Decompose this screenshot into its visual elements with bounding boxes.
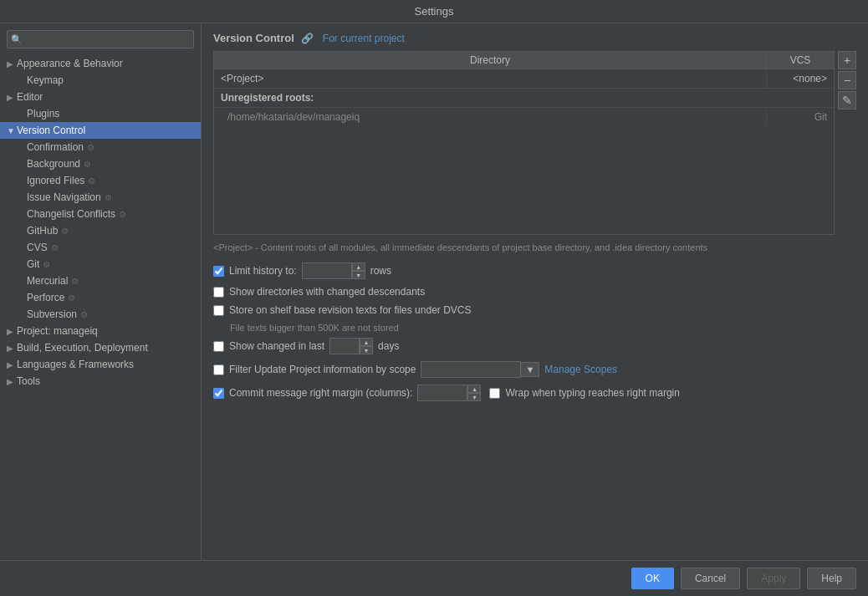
store-shelf-label[interactable]: Store on shelf base revision texts for f… xyxy=(213,304,471,316)
sidebar-item-confirmation[interactable]: Confirmation ⚙ xyxy=(0,139,201,155)
sidebar-item-background[interactable]: Background ⚙ xyxy=(0,155,201,172)
panel-header: Version Control 🔗 For current project xyxy=(213,32,856,44)
wrap-checkbox[interactable] xyxy=(489,388,500,399)
apply-button[interactable]: Apply xyxy=(747,568,800,589)
search-box[interactable]: 🔍 xyxy=(7,30,194,48)
limit-history-spinner: 1,000 ▲ ▼ xyxy=(302,262,365,279)
content-area: 🔍 ▶ Appearance & Behavior Keymap ▶ Edito… xyxy=(0,23,868,560)
commit-margin-label[interactable]: Commit message right margin (columns): xyxy=(213,387,412,399)
spinner-up-button[interactable]: ▲ xyxy=(352,262,365,271)
sidebar-item-issue-navigation[interactable]: Issue Navigation ⚙ xyxy=(0,189,201,206)
manage-scopes-link[interactable]: Manage Scopes xyxy=(544,364,617,375)
edit-button[interactable]: ✎ xyxy=(838,91,856,110)
sidebar-item-project-manageiq[interactable]: ▶ Project: manageiq xyxy=(0,323,201,339)
spinner-buttons-2: ▲ ▼ xyxy=(360,338,373,354)
sidebar-item-keymap[interactable]: Keymap xyxy=(0,72,201,89)
sidebar-item-label: Ignored Files xyxy=(27,175,84,186)
spinner-up-button-3[interactable]: ▲ xyxy=(467,385,481,393)
filter-update-label[interactable]: Filter Update Project information by sco… xyxy=(213,364,416,375)
sidebar-item-cvs[interactable]: CVS ⚙ xyxy=(0,239,201,256)
settings-icon: ⚙ xyxy=(68,293,75,303)
show-changed-dirs-row: Show directories with changed descendant… xyxy=(213,286,856,298)
limit-history-label[interactable]: Limit history to: xyxy=(213,265,297,277)
store-shelf-note: File texts bigger than 500K are not stor… xyxy=(213,323,856,333)
store-shelf-checkbox[interactable] xyxy=(213,305,224,316)
search-icon: 🔍 xyxy=(11,34,23,45)
settings-icon: ⚙ xyxy=(71,277,79,286)
settings-icon: ⚙ xyxy=(105,193,112,202)
spinner-down-button[interactable]: ▼ xyxy=(352,271,365,279)
spinner-up-button-2[interactable]: ▲ xyxy=(360,338,373,346)
vcs-project-dir: <Project> xyxy=(214,69,767,88)
show-changed-dirs-checkbox[interactable] xyxy=(213,287,224,298)
limit-history-input[interactable]: 1,000 xyxy=(302,262,352,279)
vcs-project-row[interactable]: <Project> <none> xyxy=(214,69,834,89)
add-button[interactable]: + xyxy=(838,51,856,69)
settings-dialog: Settings 🔍 ▶ Appearance & Behavior Keyma… xyxy=(0,0,868,596)
settings-icon: ⚙ xyxy=(61,227,69,236)
help-button[interactable]: Help xyxy=(807,568,856,589)
vcs-path-vcs: Git xyxy=(767,108,834,126)
wrap-label[interactable]: Wrap when typing reaches right margin xyxy=(489,387,680,399)
show-changed-last-checkbox[interactable] xyxy=(213,341,224,352)
sidebar-item-label: Issue Navigation xyxy=(27,191,101,203)
sidebar-item-label: Subversion xyxy=(27,308,77,320)
vcs-table-wrapper: Directory VCS <Project> <none> Unregiste… xyxy=(213,51,856,235)
sidebar-item-github[interactable]: GitHub ⚙ xyxy=(0,222,201,239)
show-changed-last-text: Show changed in last xyxy=(229,340,324,352)
sidebar-item-ignored-files[interactable]: Ignored Files ⚙ xyxy=(0,172,201,189)
ok-button[interactable]: OK xyxy=(631,568,674,589)
filter-dropdown-btn[interactable]: ▼ xyxy=(521,362,539,377)
commit-margin-checkbox[interactable] xyxy=(213,388,224,399)
sidebar-item-label: Languages & Frameworks xyxy=(17,359,194,370)
cancel-button[interactable]: Cancel xyxy=(681,568,740,589)
sidebar-item-git[interactable]: Git ⚙ xyxy=(0,256,201,273)
dialog-title: Settings xyxy=(415,5,454,18)
wrap-text: Wrap when typing reaches right margin xyxy=(505,387,680,399)
sidebar-item-subversion[interactable]: Subversion ⚙ xyxy=(0,306,201,323)
show-changed-dirs-label[interactable]: Show directories with changed descendant… xyxy=(213,286,425,298)
filter-dropdown: ▼ xyxy=(421,361,539,378)
spinner-down-button-2[interactable]: ▼ xyxy=(360,346,373,354)
sidebar-item-label: GitHub xyxy=(27,225,58,237)
chevron-down-icon: ▼ xyxy=(7,126,17,135)
sidebar-item-plugins[interactable]: Plugins xyxy=(0,105,201,122)
sidebar-item-perforce[interactable]: Perforce ⚙ xyxy=(0,289,201,306)
sidebar-item-label: Tools xyxy=(17,375,194,387)
vcs-path-row[interactable]: /home/hkataria/dev/manageiq Git xyxy=(214,108,834,126)
spinner-down-button-3[interactable]: ▼ xyxy=(467,393,481,401)
show-changed-value[interactable]: 31 xyxy=(329,338,360,354)
panel-subtitle: For current project xyxy=(323,33,405,44)
filter-scope-input[interactable] xyxy=(421,361,521,378)
filter-update-checkbox[interactable] xyxy=(213,364,224,375)
sidebar-item-editor[interactable]: ▶ Editor xyxy=(0,89,201,105)
sidebar-item-languages-frameworks[interactable]: ▶ Languages & Frameworks xyxy=(0,356,201,373)
store-shelf-row: Store on shelf base revision texts for f… xyxy=(213,304,856,316)
limit-history-checkbox[interactable] xyxy=(213,266,224,277)
vcs-col-directory: Directory xyxy=(214,52,767,69)
main-panel: Version Control 🔗 For current project Di… xyxy=(202,23,868,560)
sidebar: 🔍 ▶ Appearance & Behavior Keymap ▶ Edito… xyxy=(0,23,202,560)
sidebar-item-changelist-conflicts[interactable]: Changelist Conflicts ⚙ xyxy=(0,206,201,222)
show-changed-last-label[interactable]: Show changed in last xyxy=(213,340,324,352)
commit-margin-spinner: 72 ▲ ▼ xyxy=(417,385,481,401)
commit-margin-input[interactable]: 72 xyxy=(417,385,467,401)
sidebar-item-version-control[interactable]: ▼ Version Control xyxy=(0,122,201,139)
sidebar-item-label: Mercurial xyxy=(27,275,68,287)
filter-update-row: Filter Update Project information by sco… xyxy=(213,361,856,378)
chevron-right-icon: ▶ xyxy=(7,93,17,102)
settings-icon: ⚙ xyxy=(87,143,94,152)
store-shelf-text: Store on shelf base revision texts for f… xyxy=(229,304,471,316)
days-suffix: days xyxy=(378,340,399,352)
spinner-buttons: ▲ ▼ xyxy=(352,262,365,279)
search-input[interactable] xyxy=(7,30,194,48)
sidebar-item-label: Changelist Conflicts xyxy=(27,208,115,220)
limit-history-row: Limit history to: 1,000 ▲ ▼ rows xyxy=(213,262,856,279)
chevron-right-icon: ▶ xyxy=(7,327,17,336)
sidebar-item-tools[interactable]: ▶ Tools xyxy=(0,373,201,390)
sidebar-item-build-execution[interactable]: ▶ Build, Execution, Deployment xyxy=(0,339,201,356)
sidebar-item-mercurial[interactable]: Mercurial ⚙ xyxy=(0,273,201,289)
show-changed-last-spinner: 31 ▲ ▼ xyxy=(329,338,373,354)
sidebar-item-appearance-behavior[interactable]: ▶ Appearance & Behavior xyxy=(0,55,201,72)
remove-button[interactable]: − xyxy=(838,71,856,89)
